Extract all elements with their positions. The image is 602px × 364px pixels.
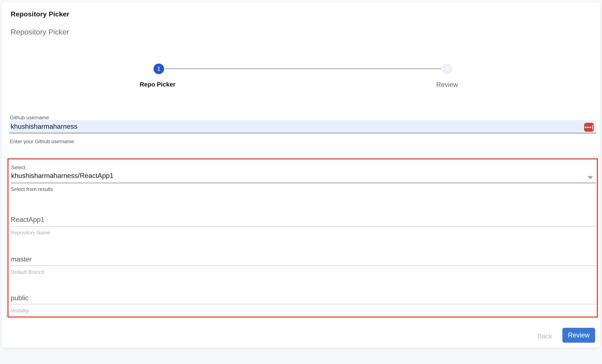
visibility-value[interactable]: public (11, 294, 565, 302)
visibility-underline (11, 304, 596, 304)
step-2-number: 2 (445, 65, 449, 72)
repo-result-highlight-box (8, 158, 598, 318)
step-1-indicator[interactable]: 1 (153, 64, 164, 74)
repo-select-dropdown[interactable]: khushisharmaharness/ReactApp1 (11, 172, 565, 180)
repository-name-value[interactable]: ReactApp1 (11, 216, 565, 224)
lastpass-cursor-bar (592, 125, 593, 129)
back-button[interactable]: Back (530, 330, 560, 342)
step-2-indicator[interactable]: 2 (442, 64, 452, 74)
lastpass-icon[interactable] (584, 123, 594, 132)
visibility-label: Visibility (11, 308, 29, 314)
github-username-label: Github username (10, 115, 49, 121)
repo-select-helper: Select from results (11, 186, 53, 192)
default-branch-underline (11, 265, 596, 266)
review-button[interactable]: Review (562, 328, 595, 343)
github-username-helper: Enter your Github username (10, 139, 74, 144)
repository-picker-card: Repository Picker Repository Picker 1 2 … (2, 2, 600, 348)
lastpass-dot (587, 127, 589, 128)
github-username-input[interactable] (9, 120, 596, 133)
default-branch-label: Default Branch (11, 269, 44, 275)
step-2-label: Review (404, 81, 490, 89)
lastpass-dot (585, 127, 586, 128)
step-1-label: Repo Picker (115, 81, 200, 88)
default-branch-value[interactable]: master (11, 255, 565, 263)
lastpass-dot (590, 127, 591, 128)
repo-select-label: Select (11, 164, 25, 171)
step-1-number: 1 (157, 65, 161, 72)
repo-select-underline (11, 183, 596, 183)
page-title: Repository Picker (11, 10, 69, 18)
chevron-down-icon[interactable] (588, 176, 593, 179)
repository-name-label: Repository Name (11, 230, 50, 236)
repository-name-underline (11, 226, 596, 226)
page-subtitle: Repository Picker (11, 28, 69, 36)
stepper-connector (165, 68, 441, 69)
